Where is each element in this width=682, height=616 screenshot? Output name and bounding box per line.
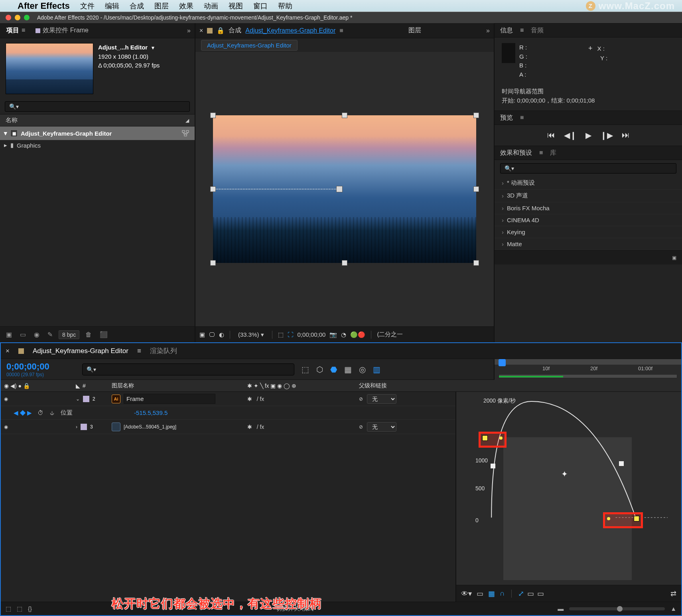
layer-color-icon[interactable] bbox=[81, 424, 87, 430]
monitor-icon[interactable]: 🖵 bbox=[209, 331, 215, 338]
last-frame-icon[interactable]: ⏭ bbox=[622, 130, 630, 140]
tab-audio[interactable]: 音频 bbox=[531, 26, 544, 35]
layer-row[interactable]: ◉ ⌄ 2 Ai ✱ / fx ⊘ 无 bbox=[1, 392, 455, 406]
snapshot-icon[interactable]: 📷 bbox=[329, 331, 337, 338]
tab-preview[interactable]: 预览 bbox=[500, 114, 513, 122]
composition-viewer[interactable] bbox=[195, 52, 494, 326]
transform-handle[interactable] bbox=[210, 186, 216, 192]
graph-editor-icon[interactable]: ▥ bbox=[373, 365, 380, 374]
zoom-slider[interactable] bbox=[569, 607, 665, 610]
draft3d-icon[interactable]: ⬡ bbox=[316, 365, 323, 374]
brush-icon[interactable]: ✎ bbox=[45, 330, 55, 339]
dropdown-icon[interactable]: ▼ bbox=[149, 45, 155, 51]
parent-dropdown[interactable]: 无 bbox=[367, 422, 396, 432]
zoom-in-icon[interactable]: ▲ bbox=[670, 605, 676, 612]
fit-all-icon[interactable]: ▭ bbox=[537, 589, 544, 598]
transform-handle[interactable] bbox=[473, 186, 479, 192]
toggle-switches-icon[interactable]: ⬚ bbox=[6, 605, 11, 612]
graph-toggle-icon[interactable]: ⫝ bbox=[49, 409, 55, 416]
color-mgmt-icon[interactable]: 🟢🔴 bbox=[350, 331, 365, 338]
property-row[interactable]: ◀ ▶ ⏱ ⫝ 位置 -515.5,539.5 bbox=[1, 406, 455, 420]
project-item-folder[interactable]: ▸ ▮ Graphics bbox=[0, 140, 195, 150]
comp-breadcrumb[interactable]: Adjust_Keyframes-Graph Editor bbox=[201, 40, 298, 51]
stopwatch-icon[interactable]: ⏱ bbox=[37, 409, 43, 416]
menu-layer[interactable]: 图层 bbox=[154, 1, 169, 11]
expand-icon[interactable]: ▾ bbox=[4, 130, 7, 137]
layer-switches[interactable]: ✱ / fx bbox=[244, 424, 356, 430]
grid-icon[interactable]: ⛶ bbox=[288, 331, 294, 338]
label-icon[interactable]: ◣ bbox=[76, 383, 80, 389]
effects-search-input[interactable] bbox=[500, 163, 676, 174]
visibility-icon[interactable]: ◉ bbox=[4, 424, 8, 430]
channel-icon[interactable]: ◔ bbox=[341, 331, 346, 338]
toggle-icon[interactable]: ⬛ bbox=[98, 330, 110, 339]
tab-close-icon[interactable]: × bbox=[199, 27, 203, 34]
project-item-comp[interactable]: ▾ ▦ Adjust_Keyframes-Graph Editor bbox=[0, 126, 195, 140]
frame-blend-icon[interactable]: ▦ bbox=[344, 365, 352, 374]
expand-icon[interactable]: ⌄ bbox=[76, 396, 80, 402]
comp-flowchart-icon[interactable]: ⬚ bbox=[302, 365, 309, 374]
transform-handle[interactable] bbox=[210, 260, 216, 266]
timeline-search-input[interactable] bbox=[82, 363, 294, 375]
choose-props-icon[interactable]: 👁▾ bbox=[461, 589, 472, 598]
bezier-handle[interactable] bbox=[483, 436, 503, 440]
sort-icon[interactable]: ◢ bbox=[185, 118, 189, 123]
interpret-footage-icon[interactable]: ▣ bbox=[4, 330, 14, 339]
transform-handle[interactable] bbox=[342, 113, 347, 118]
motion-blur-icon[interactable]: ◎ bbox=[359, 365, 366, 374]
tab-project[interactable]: 项目≡ bbox=[4, 25, 28, 36]
transform-handle[interactable] bbox=[210, 113, 216, 118]
toggle-modes-icon[interactable]: ⬚ bbox=[17, 605, 22, 612]
tab-render-queue[interactable]: 渲染队列 bbox=[150, 346, 177, 355]
transform-handle[interactable] bbox=[342, 260, 347, 266]
tab-effects[interactable]: 效果和预设 bbox=[500, 149, 532, 157]
panel-menu-icon[interactable]: ≡ bbox=[137, 347, 141, 355]
layer-switches[interactable]: ✱ / fx bbox=[244, 396, 356, 402]
visibility-icon[interactable]: ◉ bbox=[4, 396, 8, 402]
lock-icon[interactable]: 🔒 bbox=[217, 27, 225, 34]
graph-editor[interactable]: 2000 像素/秒 1000 500 0 ✦ bbox=[455, 392, 681, 602]
graph-options-icon[interactable]: ▭ bbox=[477, 589, 483, 598]
current-time[interactable]: 0;00;00;00 bbox=[298, 331, 326, 338]
effects-category[interactable]: Matte bbox=[495, 238, 682, 250]
tab-library[interactable]: 库 bbox=[550, 149, 556, 157]
zoom-out-icon[interactable]: ▬ bbox=[558, 605, 564, 612]
menu-effect[interactable]: 效果 bbox=[179, 1, 193, 11]
prop-value[interactable]: -515.5,539.5 bbox=[134, 409, 168, 416]
transform-handle[interactable] bbox=[473, 113, 479, 118]
time-ruler[interactable]: 10f 20f 01:00f bbox=[494, 359, 681, 380]
tab-timeline-active[interactable]: Adjust_Keyframes-Graph Editor bbox=[33, 347, 128, 355]
resolution-icon[interactable]: ⬚ bbox=[278, 331, 284, 338]
menu-help[interactable]: 帮助 bbox=[278, 1, 292, 11]
tab-overflow-icon[interactable]: » bbox=[486, 27, 490, 34]
tab-layer[interactable]: 图层 bbox=[408, 26, 421, 35]
tab-overflow-icon[interactable]: » bbox=[187, 27, 191, 34]
av-features-icon[interactable]: ◉ ◀) ● 🔒 bbox=[4, 383, 30, 389]
tab-comp-active[interactable]: Adjust_Keyframes-Graph Editor bbox=[245, 27, 335, 34]
layer-row[interactable]: ◉ › 3 [AdobeS...59045_1.jpeg] ✱ / fx ⊘ 无 bbox=[1, 420, 455, 434]
bpc-label[interactable]: 8 bpc bbox=[59, 330, 79, 339]
resolution-dropdown[interactable]: (二分之一 bbox=[377, 331, 403, 338]
menu-comp[interactable]: 合成 bbox=[130, 1, 144, 11]
layer-name-input[interactable] bbox=[124, 394, 215, 404]
new-comp-icon[interactable]: ◉ bbox=[32, 330, 41, 339]
parent-dropdown[interactable]: 无 bbox=[367, 394, 396, 404]
mask-icon[interactable]: ◐ bbox=[219, 331, 224, 338]
toggle-alpha-icon[interactable]: ▣ bbox=[199, 331, 205, 338]
tab-info[interactable]: 信息 bbox=[500, 26, 513, 35]
minimize-icon[interactable] bbox=[15, 15, 20, 20]
flowchart-icon[interactable] bbox=[180, 128, 191, 138]
transform-handle[interactable] bbox=[473, 260, 479, 266]
effects-category[interactable]: 3D 声道 bbox=[495, 190, 682, 202]
fit-selection-icon[interactable]: ▭ bbox=[527, 589, 534, 598]
effects-category[interactable]: CINEMA 4D bbox=[495, 214, 682, 226]
snap-icon[interactable]: ∩ bbox=[500, 589, 505, 598]
panel-menu-icon[interactable]: ≡ bbox=[339, 27, 343, 34]
menu-window[interactable]: 窗口 bbox=[253, 1, 268, 11]
close-icon[interactable] bbox=[6, 15, 11, 20]
pickwhip-icon[interactable]: ⊘ bbox=[359, 424, 363, 430]
zoom-icon[interactable] bbox=[24, 15, 30, 20]
expand-pane-icon[interactable]: {} bbox=[28, 605, 32, 612]
first-frame-icon[interactable]: ⏮ bbox=[547, 130, 555, 140]
zoom-dropdown[interactable]: (33.3%) ▾ bbox=[236, 330, 266, 339]
